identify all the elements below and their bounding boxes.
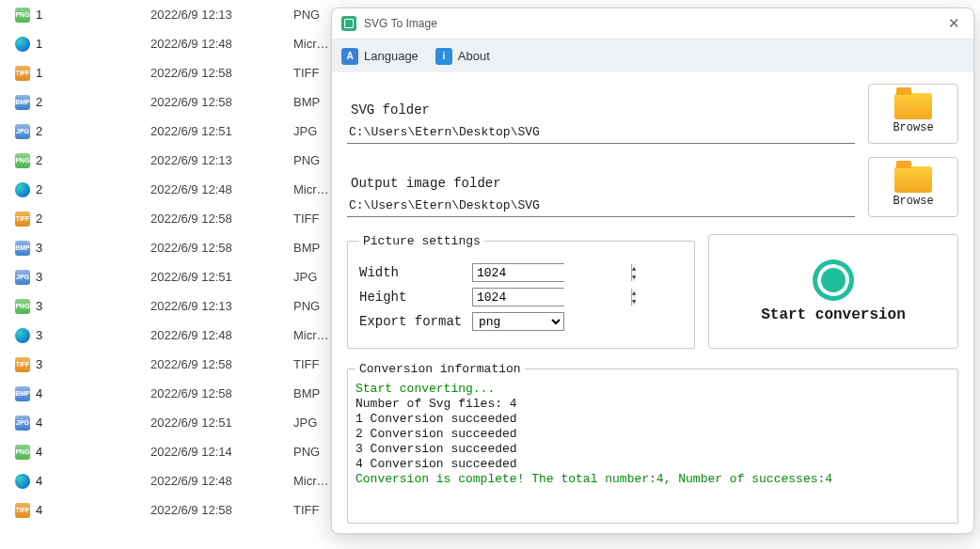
start-conversion-label: Start conversion [761, 306, 906, 323]
file-name: 2 [36, 124, 42, 138]
file-name: 2 [36, 182, 42, 196]
menu-about[interactable]: i About [435, 48, 490, 65]
titlebar: SVG To Image ✕ [332, 8, 973, 39]
file-name: 3 [36, 357, 42, 371]
output-folder-row: Output image folder Browse [347, 157, 958, 217]
file-name: 1 [36, 37, 42, 51]
height-label: Height [359, 290, 472, 305]
file-date: 2022/6/9 12:58 [150, 241, 293, 255]
edge-file-icon [15, 37, 30, 52]
jpg-file-icon: JPG [15, 124, 30, 139]
png-file-icon: PNG [15, 153, 30, 168]
file-date: 2022/6/9 12:13 [150, 8, 293, 22]
log-line: Conversion is complete! The total number… [356, 472, 950, 487]
spin-up-icon[interactable]: ▲ [632, 289, 636, 297]
tiff-file-icon: TIFF [15, 66, 30, 81]
export-format-label: Export format [359, 314, 472, 329]
menu-language-label: Language [364, 49, 419, 63]
file-date: 2022/6/9 12:58 [150, 386, 293, 400]
svg-folder-browse-button[interactable]: Browse [868, 84, 958, 144]
width-input[interactable] [473, 264, 631, 281]
file-date: 2022/6/9 12:58 [150, 66, 293, 80]
file-date: 2022/6/9 12:48 [150, 37, 293, 51]
png-file-icon: PNG [15, 299, 30, 314]
file-date: 2022/6/9 12:13 [150, 153, 293, 167]
file-date: 2022/6/9 12:51 [150, 124, 293, 138]
edge-file-icon [15, 328, 30, 343]
png-file-icon: PNG [15, 8, 30, 23]
folder-icon [894, 93, 932, 119]
refresh-icon [813, 259, 854, 301]
file-name: 2 [36, 212, 42, 226]
file-date: 2022/6/9 12:48 [150, 328, 293, 342]
output-folder-label: Output image folder [347, 176, 855, 191]
file-name: 4 [36, 416, 42, 430]
tiff-file-icon: TIFF [15, 503, 30, 518]
file-name: 2 [36, 95, 42, 109]
tiff-file-icon: TIFF [15, 357, 30, 372]
file-name: 4 [36, 474, 42, 488]
picture-settings-legend: Picture settings [359, 234, 484, 248]
edge-file-icon [15, 474, 30, 489]
conversion-info-legend: Conversion information [356, 362, 525, 376]
conversion-log: Start converting...Number of Svg files: … [356, 382, 950, 487]
file-date: 2022/6/9 12:48 [150, 182, 293, 196]
height-stepper[interactable]: ▲▼ [472, 288, 564, 306]
height-input[interactable] [473, 289, 631, 306]
svg-folder-input[interactable] [347, 123, 855, 144]
jpg-file-icon: JPG [15, 270, 30, 285]
file-date: 2022/6/9 12:48 [150, 474, 293, 488]
spin-down-icon[interactable]: ▼ [632, 297, 636, 306]
folder-icon [894, 166, 932, 193]
log-line: 2 Conversion succeeded [356, 427, 950, 442]
log-line: 1 Conversion succeeded [356, 412, 950, 427]
browse-label: Browse [893, 195, 933, 208]
tiff-file-icon: TIFF [15, 212, 30, 227]
log-line: Number of Svg files: 4 [356, 397, 950, 412]
bmp-file-icon: BMP [15, 95, 30, 110]
spin-down-icon[interactable]: ▼ [632, 273, 636, 281]
window-title: SVG To Image [364, 17, 943, 30]
language-icon: A [341, 48, 358, 65]
bmp-file-icon: BMP [15, 386, 30, 401]
dialog-body: SVG folder Browse Output image folder Br… [332, 72, 973, 533]
file-date: 2022/6/9 12:58 [150, 503, 293, 517]
browse-label: Browse [893, 121, 933, 134]
file-date: 2022/6/9 12:51 [150, 416, 293, 430]
start-conversion-button[interactable]: Start conversion [708, 234, 958, 349]
file-name: 4 [36, 503, 42, 517]
file-name: 3 [36, 270, 42, 284]
log-line: 3 Conversion succeeded [356, 442, 950, 457]
width-stepper[interactable]: ▲▼ [472, 263, 564, 282]
close-icon[interactable]: ✕ [943, 13, 964, 34]
output-folder-input[interactable] [347, 196, 855, 217]
picture-settings-group: Picture settings Width ▲▼ Height ▲▼ [347, 234, 695, 349]
png-file-icon: PNG [15, 445, 30, 460]
output-folder-browse-button[interactable]: Browse [868, 157, 958, 217]
width-label: Width [359, 265, 472, 280]
file-name: 1 [36, 66, 42, 80]
info-icon: i [435, 48, 452, 65]
file-name: 4 [36, 445, 42, 459]
edge-file-icon [15, 182, 30, 197]
svg-folder-row: SVG folder Browse [347, 84, 958, 144]
file-date: 2022/6/9 12:58 [150, 212, 293, 226]
file-name: 2 [36, 153, 42, 167]
file-date: 2022/6/9 12:58 [150, 95, 293, 109]
file-date: 2022/6/9 12:58 [150, 357, 293, 371]
jpg-file-icon: JPG [15, 416, 30, 431]
menu-language[interactable]: A Language [341, 48, 419, 65]
svg-to-image-dialog: SVG To Image ✕ A Language i About SVG fo… [331, 8, 974, 534]
settings-and-start-row: Picture settings Width ▲▼ Height ▲▼ [347, 234, 958, 349]
log-line: Start converting... [356, 382, 950, 397]
file-date: 2022/6/9 12:13 [150, 299, 293, 313]
svg-folder-label: SVG folder [347, 102, 855, 118]
spin-up-icon[interactable]: ▲ [632, 264, 636, 273]
menu-about-label: About [458, 49, 490, 63]
file-date: 2022/6/9 12:14 [150, 445, 293, 459]
file-date: 2022/6/9 12:51 [150, 270, 293, 284]
file-name: 4 [36, 386, 42, 400]
conversion-info-group: Conversion information Start converting.… [347, 362, 958, 524]
export-format-select[interactable]: png [472, 312, 564, 331]
log-line: 4 Conversion succeeded [356, 457, 950, 472]
